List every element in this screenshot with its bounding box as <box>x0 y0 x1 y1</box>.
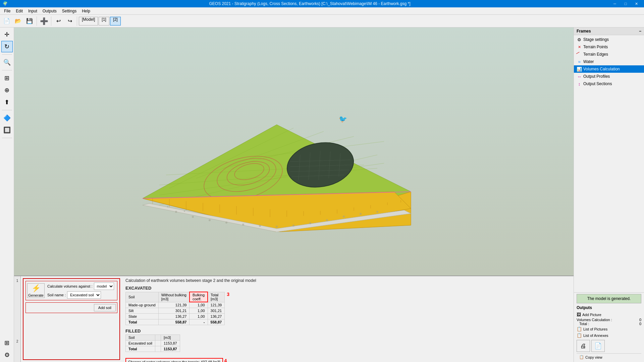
cell-soil-2: Slate <box>126 314 159 319</box>
frame-output-profiles[interactable]: ↔ Output Profiles <box>574 73 644 80</box>
frame-volumes-calculation[interactable]: 📊 Volumes Calculation <box>574 65 644 73</box>
model-button[interactable]: [Model] <box>79 17 98 25</box>
menu-edit[interactable]: Edit <box>13 8 25 14</box>
soil-name-select[interactable]: Excavated soil <box>67 291 101 299</box>
open-file-button[interactable]: 📂 <box>13 16 23 26</box>
content-area: 🐦 1 2 ⚡ Generate <box>14 27 574 362</box>
calculate-against-select[interactable]: model <box>94 283 114 290</box>
redo-button[interactable]: ↪ <box>64 16 75 26</box>
toolbar-sep3 <box>77 16 77 26</box>
rotate-tool[interactable]: ↻ <box>1 41 13 52</box>
menu-file[interactable]: File <box>1 8 13 14</box>
undo-button[interactable]: ↩ <box>53 16 64 26</box>
left-sep2 <box>2 70 12 70</box>
add-picture-icon: 🖼 <box>577 312 581 317</box>
result-title: Calculation of earthwork volumes between… <box>125 278 570 283</box>
move-tool[interactable]: ✛ <box>1 29 13 40</box>
table-view-tool[interactable]: ⊞ <box>1 337 13 349</box>
svg-point-48 <box>259 225 261 227</box>
terrain-svg: 🐦 <box>109 64 428 232</box>
frame-stage-settings[interactable]: ⚙ Stage settings <box>574 36 644 43</box>
stage2-button[interactable]: [2] <box>110 17 121 25</box>
close-button[interactable]: ✕ <box>631 0 641 7</box>
toolbar: 📄 📂 💾 ➕ ↩ ↪ [Model] [1] [2] <box>0 15 644 27</box>
cell-total-bulk: - <box>190 319 208 325</box>
generate-button[interactable]: ⚡ Generate <box>27 283 45 298</box>
frame-output-sections-label: Output Sections <box>583 81 612 86</box>
title-text: GEOS 2021 - Stratigraphy (Logs, Cross Se… <box>209 1 410 6</box>
copy-view-icon: 📋 <box>579 355 584 359</box>
select-tool[interactable]: ⊞ <box>1 72 13 84</box>
stage1-button[interactable]: [1] <box>99 17 109 25</box>
left-sep4 <box>2 138 12 138</box>
excavated-table: Soil Without bulking[m3] Bulkingcoeff. T… <box>125 292 225 325</box>
menu-input[interactable]: Input <box>25 8 40 14</box>
filled-total-val: 1153,87 <box>161 346 180 352</box>
add-picture-item[interactable]: 🖼 Add Picture <box>577 311 641 318</box>
cell-without-1: 301,21 <box>158 308 190 314</box>
cell-soil-1: Silt <box>126 308 159 314</box>
svg-point-54 <box>360 213 362 215</box>
cell-soil-0: Made-up ground <box>126 302 159 308</box>
calculate-label: Calculate volumes against : <box>47 284 93 288</box>
minimize-button[interactable]: ─ <box>610 0 620 7</box>
frames-title: Frames <box>577 29 591 34</box>
frame-output-profiles-label: Output Profiles <box>583 74 610 79</box>
filled-table: Soil [m3] Excavated soil 1153,87 <box>125 335 180 352</box>
col-total: Total[m3] <box>208 292 225 302</box>
viewport[interactable]: 🐦 <box>14 27 574 276</box>
excavated-row-1: Silt 301,21 1,00 301,21 <box>126 308 225 314</box>
add-stage-button[interactable]: ➕ <box>39 16 49 26</box>
frames-collapse-icon[interactable]: − <box>639 29 641 34</box>
menu-settings[interactable]: Settings <box>59 8 79 14</box>
filled-header: FILLED <box>125 328 570 334</box>
list-annexes-item[interactable]: 📋 List of Annexes <box>577 332 641 339</box>
new-file-button[interactable]: 📄 <box>1 16 12 26</box>
frame-output-sections[interactable]: ↕ Output Sections <box>574 80 644 87</box>
copy-view-item[interactable]: 📋 Copy view <box>577 353 641 361</box>
water-icon: ≈ <box>577 59 582 64</box>
outputs-header: Outputs <box>577 305 641 310</box>
add-point-tool[interactable]: ⊕ <box>1 84 13 96</box>
menubar: File Edit Input Outputs Settings Help <box>0 7 644 15</box>
print-button[interactable]: 🖨 <box>577 340 590 352</box>
annotation-4: 4 <box>224 358 227 362</box>
svg-point-44 <box>192 216 194 218</box>
svg-point-49 <box>276 226 278 228</box>
maximize-button[interactable]: □ <box>621 0 631 7</box>
filled-col-soil: Soil <box>126 335 155 341</box>
excavated-row-2: Slate 136,27 1,00 136,27 <box>126 314 225 319</box>
filled-total-empty <box>155 346 161 352</box>
view-3d-tool[interactable]: 🔷 <box>1 112 13 124</box>
print-preview-button[interactable]: 📄 <box>591 340 605 352</box>
menu-help[interactable]: Help <box>79 8 93 14</box>
frame-terrain-edges[interactable]: / Terrain Edges <box>574 51 644 58</box>
col-bulking-coeff: Bulkingcoeff. <box>190 292 208 302</box>
left-sep1 <box>2 54 12 55</box>
zoom-tool[interactable]: 🔍 <box>1 57 13 68</box>
cell-without-0: 121,39 <box>158 302 190 308</box>
print-row: 🖨 📄 <box>577 340 641 352</box>
svg-point-43 <box>175 211 177 213</box>
water-change-row: Change of water volumes above the terrai… <box>125 355 570 362</box>
status-box: The model is generated. <box>577 294 641 303</box>
list-pictures-label: List of Pictures <box>583 327 607 331</box>
filled-total-row: Total 1153,87 <box>126 346 180 352</box>
soil-name-label: Soil name : <box>47 293 66 297</box>
stage-marker-1: 1 <box>14 276 20 320</box>
menu-outputs[interactable]: Outputs <box>40 8 59 14</box>
settings-tool[interactable]: ⚙ <box>1 349 13 361</box>
cell-total-2: 136,27 <box>208 314 225 319</box>
frame-water[interactable]: ≈ Water <box>574 58 644 65</box>
add-soil-button[interactable]: Add soil <box>94 304 116 311</box>
left-sep3 <box>2 110 12 110</box>
list-pictures-item[interactable]: 📋 List of Pictures <box>577 326 641 332</box>
add-line-tool[interactable]: ⬆ <box>1 97 13 108</box>
save-file-button[interactable]: 💾 <box>24 16 35 26</box>
frame-terrain-points[interactable]: ✕ Terrain Points <box>574 43 644 51</box>
svg-point-51 <box>309 222 311 224</box>
result-panel: Calculation of earthwork volumes between… <box>122 276 574 362</box>
view-box-tool[interactable]: 🔲 <box>1 124 13 136</box>
volumes-calc-row: Volumes Calculation : 0 <box>577 318 641 322</box>
frame-terrain-points-label: Terrain Points <box>583 45 608 49</box>
